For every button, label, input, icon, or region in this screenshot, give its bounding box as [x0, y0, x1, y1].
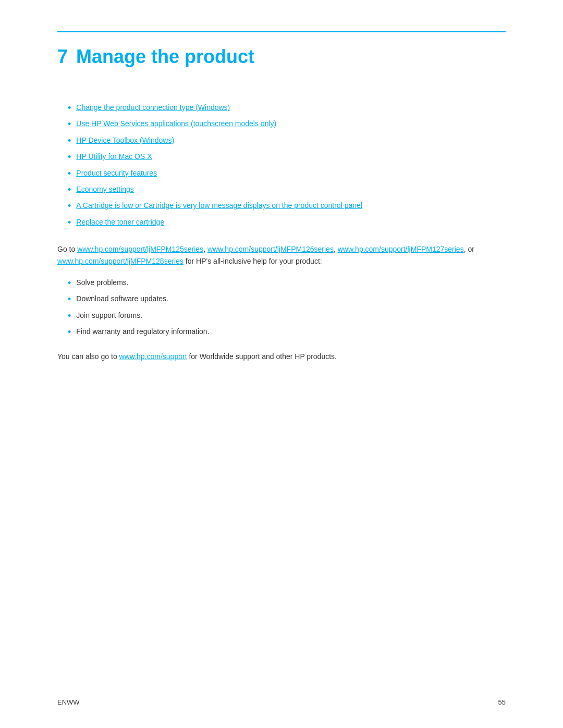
body-list-item: •Join support forums.: [68, 310, 506, 322]
bullet-icon: •: [68, 118, 71, 130]
goto-link[interactable]: www.hp.com/support/ljMFPM126series: [207, 245, 334, 253]
toc-list-item: •Use HP Web Services applications (touch…: [68, 118, 506, 130]
body-list-item: •Find warranty and regulatory informatio…: [68, 326, 506, 338]
footer-right: 55: [498, 697, 506, 708]
toc-link[interactable]: Replace the toner cartridge: [76, 217, 164, 228]
top-rule: [57, 31, 506, 32]
toc-list-item: •A Cartridge is low or Cartridge is very…: [68, 200, 506, 212]
toc-list: •Change the product connection type (Win…: [68, 102, 506, 229]
body-list-item: •Solve problems.: [68, 277, 506, 289]
bullet-icon: •: [68, 293, 71, 305]
also-link[interactable]: www.hp.com/support: [119, 352, 187, 361]
bullet-icon: •: [68, 277, 71, 289]
body-list-item: •Download software updates.: [68, 293, 506, 305]
bullet-icon: •: [68, 135, 71, 147]
bullet-icon: •: [68, 184, 71, 196]
chapter-number: 7: [57, 43, 68, 71]
toc-list-item: •Product security features: [68, 168, 506, 180]
bullet-icon: •: [68, 151, 71, 163]
toc-link[interactable]: Economy settings: [76, 184, 134, 195]
also-paragraph: You can also go to www.hp.com/support fo…: [57, 351, 506, 362]
footer: ENWW 55: [57, 697, 506, 708]
bullet-icon: •: [68, 326, 71, 338]
bullet-icon: •: [68, 310, 71, 322]
bullet-icon: •: [68, 200, 71, 212]
body-list-text: Solve problems.: [76, 277, 128, 288]
body-list-text: Download software updates.: [76, 293, 168, 304]
footer-left: ENWW: [57, 697, 80, 708]
goto-link[interactable]: www.hp.com/support/ljMFPM128series: [57, 257, 183, 265]
goto-paragraph: Go to www.hp.com/support/ljMFPM125series…: [57, 243, 506, 267]
chapter-title: Manage the product: [76, 43, 254, 71]
body-list-text: Find warranty and regulatory information…: [76, 326, 209, 337]
body-bullets-list: •Solve problems.•Download software updat…: [68, 277, 506, 339]
toc-link[interactable]: Use HP Web Services applications (touchs…: [76, 118, 276, 129]
bullet-icon: •: [68, 102, 71, 114]
toc-list-item: •HP Device Toolbox (Windows): [68, 135, 506, 147]
page-container: 7 Manage the product •Change the product…: [0, 0, 563, 728]
goto-link[interactable]: www.hp.com/support/ljMFPM125series: [77, 245, 203, 253]
toc-list-item: •Change the product connection type (Win…: [68, 102, 506, 114]
toc-link[interactable]: A Cartridge is low or Cartridge is very …: [76, 200, 362, 211]
bullet-icon: •: [68, 217, 71, 229]
body-list-text: Join support forums.: [76, 310, 142, 321]
toc-link[interactable]: Product security features: [76, 168, 157, 179]
toc-link[interactable]: HP Device Toolbox (Windows): [76, 135, 174, 146]
toc-list-item: •Economy settings: [68, 184, 506, 196]
toc-link[interactable]: HP Utility for Mac OS X: [76, 151, 152, 162]
toc-list-item: •Replace the toner cartridge: [68, 217, 506, 229]
toc-list-item: •HP Utility for Mac OS X: [68, 151, 506, 163]
toc-link[interactable]: Change the product connection type (Wind…: [76, 102, 230, 113]
chapter-header: 7 Manage the product: [57, 43, 506, 71]
goto-link[interactable]: www.hp.com/support/ljMFPM127series: [338, 245, 464, 253]
bullet-icon: •: [68, 168, 71, 180]
